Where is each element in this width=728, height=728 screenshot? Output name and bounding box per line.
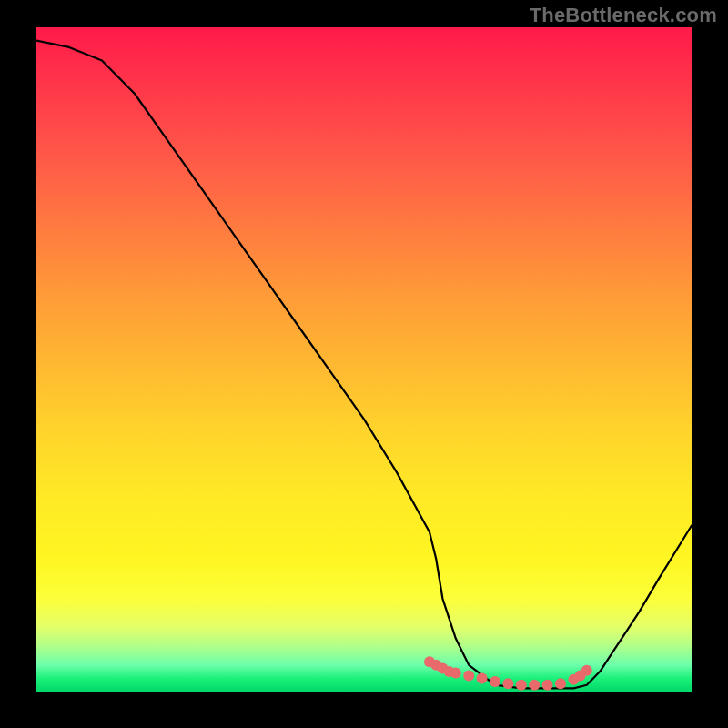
marker-dot (555, 678, 566, 689)
marker-dot (529, 680, 540, 691)
chart-svg (36, 27, 692, 692)
marker-dot (477, 672, 488, 683)
marker-dot (502, 678, 513, 689)
bottleneck-curve (36, 41, 692, 689)
marker-dot (450, 668, 461, 679)
plot-area (36, 27, 692, 692)
marker-dot (581, 665, 592, 676)
marker-dot (542, 680, 553, 691)
marker-dot (516, 680, 527, 691)
marker-dot (490, 676, 500, 687)
marker-dot (463, 670, 474, 681)
watermark-text: TheBottleneck.com (530, 4, 717, 27)
bottleneck-chart: TheBottleneck.com (0, 0, 728, 728)
recommended-markers (424, 656, 592, 691)
